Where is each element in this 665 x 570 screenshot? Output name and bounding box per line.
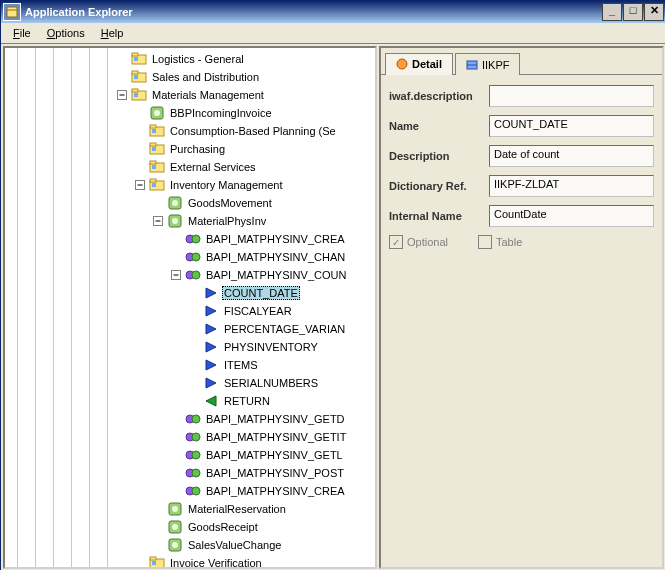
close-button[interactable]: ✕ [644,3,664,21]
tree-item[interactable]: Consumption-Based Planning (Se [5,122,375,140]
tree-item[interactable]: GoodsMovement [5,194,375,212]
tree-item[interactable]: BAPI_MATPHYSINV_GETIT [5,428,375,446]
detail-field: NameCOUNT_DATE [389,115,654,137]
field-name: iwaf.description [389,90,489,102]
tree-item-label[interactable]: Sales and Distribution [150,71,261,83]
tree-item-label[interactable]: FISCALYEAR [222,305,294,317]
minimize-button[interactable]: _ [602,3,622,21]
tree-item[interactable]: COUNT_DATE [5,284,375,302]
tree-item-label[interactable]: GoodsMovement [186,197,274,209]
tree-item-label[interactable]: BBPIncomingInvoice [168,107,274,119]
tree-item[interactable]: External Services [5,158,375,176]
tree-item[interactable]: Logistics - General [5,50,375,68]
tree-item[interactable]: PHYSINVENTORY [5,338,375,356]
tree-item[interactable]: BAPI_MATPHYSINV_CREA [5,482,375,500]
svg-rect-19 [152,147,156,151]
tab-detail[interactable]: Detail [385,53,453,75]
tree-item[interactable]: BAPI_MATPHYSINV_COUN [5,266,375,284]
tree-item-label[interactable]: ITEMS [222,359,260,371]
tree-item-label[interactable]: External Services [168,161,258,173]
tree-item-label[interactable]: MaterialReservation [186,503,288,515]
menu-file[interactable]: File [5,25,39,41]
tree-item[interactable]: BAPI_MATPHYSINV_GETL [5,446,375,464]
obj-icon [167,213,183,229]
tab-detail-label: Detail [412,58,442,70]
detail-field: Dictionary Ref.IIKPF-ZLDAT [389,175,654,197]
detail-field: DescriptionDate of count [389,145,654,167]
tree-item-label[interactable]: Invoice Verification [168,557,264,569]
tree-item-label[interactable]: BAPI_MATPHYSINV_GETD [204,413,347,425]
tree-item-label[interactable]: BAPI_MATPHYSINV_GETIT [204,431,348,443]
tab-bar: Detail IIKPF [381,48,662,75]
field-value: IIKPF-ZLDAT [489,175,654,197]
field-name: Dictionary Ref. [389,180,489,192]
tree-item-label[interactable]: RETURN [222,395,272,407]
tree-item-label[interactable]: COUNT_DATE [222,286,300,300]
maximize-button[interactable]: □ [623,3,643,21]
tree-item[interactable]: FISCALYEAR [5,302,375,320]
tree-item[interactable]: Invoice Verification [5,554,375,569]
tree-toggle-icon[interactable] [153,216,163,226]
tree-item-label[interactable]: PHYSINVENTORY [222,341,320,353]
tree-item-label[interactable]: BAPI_MATPHYSINV_GETL [204,449,345,461]
tree-item[interactable]: BAPI_MATPHYSINV_GETD [5,410,375,428]
tree-item-label[interactable]: Consumption-Based Planning (Se [168,125,338,137]
tree-item[interactable]: Purchasing [5,140,375,158]
svg-point-31 [172,218,178,224]
tree-panel[interactable]: Logistics - GeneralSales and Distributio… [3,46,377,569]
svg-rect-10 [132,89,138,92]
tree-item[interactable]: SERIALNUMBERS [5,374,375,392]
tree-item[interactable]: MaterialReservation [5,500,375,518]
tree-item-label[interactable]: SERIALNUMBERS [222,377,320,389]
title-bar[interactable]: Application Explorer _ □ ✕ [1,1,665,23]
tree-item-label[interactable]: Inventory Management [168,179,285,191]
detail-field: iwaf.description [389,85,654,107]
tree-item[interactable]: BAPI_MATPHYSINV_CREA [5,230,375,248]
tree-item-label[interactable]: MaterialPhysInv [186,215,268,227]
tab-iikpf[interactable]: IIKPF [455,53,521,75]
menu-options[interactable]: Options [39,25,93,41]
tree-toggle-icon[interactable] [135,180,145,190]
svg-rect-64 [152,561,156,565]
svg-rect-0 [7,7,17,17]
field-name: Description [389,150,489,162]
tree-item[interactable]: SalesValueChange [5,536,375,554]
tree-item[interactable]: BBPIncomingInvoice [5,104,375,122]
tree-item[interactable]: GoodsReceipt [5,518,375,536]
tree-item-label[interactable]: SalesValueChange [186,539,283,551]
tree-item[interactable]: ITEMS [5,356,375,374]
window-title: Application Explorer [25,6,602,18]
svg-point-59 [172,524,178,530]
tree-item-label[interactable]: Purchasing [168,143,227,155]
tree-item-label[interactable]: Logistics - General [150,53,246,65]
tree-item-label[interactable]: BAPI_MATPHYSINV_CREA [204,233,347,245]
optional-checkbox[interactable]: ✓Optional [389,235,448,249]
tree-toggle-icon[interactable] [171,270,181,280]
tree-item[interactable]: MaterialPhysInv [5,212,375,230]
tree-item[interactable]: RETURN [5,392,375,410]
obj-icon [167,195,183,211]
tree-toggle-icon[interactable] [117,90,127,100]
tree-item[interactable]: Materials Management [5,86,375,104]
svg-marker-42 [206,342,216,352]
svg-point-49 [192,433,200,441]
table-checkbox[interactable]: Table [478,235,522,249]
tree-item[interactable]: BAPI_MATPHYSINV_CHAN [5,248,375,266]
tree-item-label[interactable]: Materials Management [150,89,266,101]
tree-item-label[interactable]: PERCENTAGE_VARIAN [222,323,347,335]
checkbox-label: Optional [407,236,448,248]
tree-item-label[interactable]: BAPI_MATPHYSINV_CREA [204,485,347,497]
tree-item-label[interactable]: BAPI_MATPHYSINV_CHAN [204,251,347,263]
tree-item-label[interactable]: BAPI_MATPHYSINV_POST [204,467,346,479]
tree-item[interactable]: Inventory Management [5,176,375,194]
tree-item-label[interactable]: BAPI_MATPHYSINV_COUN [204,269,348,281]
svg-point-47 [192,415,200,423]
svg-rect-11 [134,93,138,97]
tree-item-label[interactable]: GoodsReceipt [186,521,260,533]
tree-item[interactable]: Sales and Distribution [5,68,375,86]
svg-marker-40 [206,306,216,316]
tree-item[interactable]: BAPI_MATPHYSINV_POST [5,464,375,482]
tree-item[interactable]: PERCENTAGE_VARIAN [5,320,375,338]
menu-help[interactable]: Help [93,25,132,41]
svg-point-38 [192,271,200,279]
